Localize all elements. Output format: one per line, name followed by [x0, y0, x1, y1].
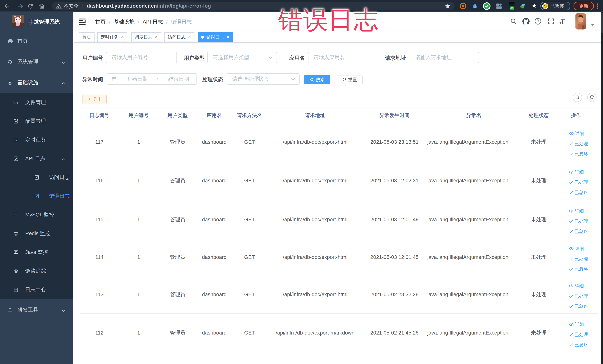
svg-text:ON: ON [510, 7, 513, 9]
